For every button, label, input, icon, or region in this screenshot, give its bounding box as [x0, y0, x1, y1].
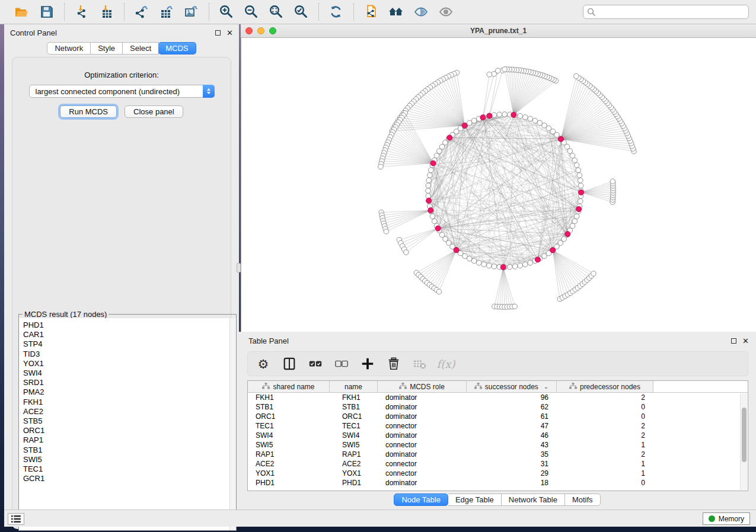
- network-node[interactable]: [467, 120, 472, 126]
- network-node[interactable]: [481, 262, 487, 267]
- select-all-icon[interactable]: [308, 357, 323, 371]
- tab-network-table[interactable]: Network Table: [502, 493, 565, 506]
- network-node[interactable]: [462, 254, 468, 259]
- table-row[interactable]: RAP1RAP1dominator352: [248, 450, 748, 459]
- network-node[interactable]: [610, 179, 615, 184]
- delete-icon[interactable]: [387, 357, 401, 371]
- network-node[interactable]: [437, 149, 442, 154]
- network-node[interactable]: [523, 262, 528, 267]
- network-hub-node[interactable]: [426, 198, 432, 203]
- import-table-icon[interactable]: [98, 3, 116, 21]
- network-node[interactable]: [471, 118, 477, 123]
- mcds-result-item[interactable]: TEC1: [23, 464, 236, 474]
- export-image-icon[interactable]: [183, 3, 200, 21]
- network-hub-node[interactable]: [430, 161, 436, 166]
- network-hub-node[interactable]: [559, 136, 564, 142]
- network-node[interactable]: [537, 120, 543, 126]
- network-node[interactable]: [512, 304, 518, 309]
- table-row[interactable]: ACE2ACE2connector311: [248, 459, 748, 469]
- float-icon[interactable]: [731, 338, 736, 344]
- network-node[interactable]: [576, 168, 581, 173]
- network-node[interactable]: [578, 178, 583, 183]
- table-row[interactable]: FKH1FKH1dominator962: [248, 393, 748, 402]
- network-hub-node[interactable]: [511, 112, 516, 117]
- mcds-result-item[interactable]: SWI4: [23, 368, 236, 378]
- hide-details-icon[interactable]: [412, 3, 430, 21]
- table-row[interactable]: YOX1YOX1connector291: [248, 469, 748, 478]
- float-icon[interactable]: [215, 30, 221, 36]
- tab-mcds[interactable]: MCDS: [158, 42, 196, 55]
- tab-select[interactable]: Select: [123, 42, 159, 55]
- network-node[interactable]: [497, 112, 502, 117]
- network-node[interactable]: [429, 168, 434, 173]
- network-node[interactable]: [574, 214, 579, 219]
- table-row[interactable]: SWI4SWI4dominator462: [248, 431, 748, 440]
- network-node[interactable]: [432, 219, 437, 224]
- columns-icon[interactable]: [282, 357, 296, 371]
- tab-motifs[interactable]: Motifs: [565, 493, 601, 506]
- mcds-result-item[interactable]: PHD1: [23, 321, 236, 330]
- network-hub-node[interactable]: [454, 248, 459, 253]
- zoom-selected-icon[interactable]: [292, 3, 310, 21]
- network-node[interactable]: [426, 183, 431, 188]
- close-icon[interactable]: ✕: [742, 337, 749, 345]
- tab-network[interactable]: Network: [47, 42, 91, 55]
- zoom-in-icon[interactable]: [218, 3, 235, 21]
- network-node[interactable]: [404, 250, 409, 255]
- show-details-icon[interactable]: [437, 3, 455, 21]
- network-hub-node[interactable]: [576, 207, 582, 212]
- network-hub-node[interactable]: [565, 232, 570, 237]
- network-node[interactable]: [436, 289, 442, 294]
- network-hub-node[interactable]: [487, 113, 492, 118]
- network-node[interactable]: [467, 256, 472, 261]
- mcds-result-item[interactable]: FKH1: [23, 398, 236, 407]
- network-hub-node[interactable]: [550, 248, 556, 253]
- open-file-icon[interactable]: [13, 3, 31, 21]
- column-header-predecessor-nodes[interactable]: predecessor nodes: [557, 381, 653, 392]
- column-header-name[interactable]: name: [330, 381, 378, 392]
- tab-style[interactable]: Style: [91, 42, 123, 55]
- close-icon[interactable]: ✕: [227, 29, 233, 37]
- mcds-result-item[interactable]: ORC1: [23, 426, 236, 435]
- network-node[interactable]: [577, 173, 582, 178]
- network-hub-node[interactable]: [480, 115, 486, 120]
- search-input[interactable]: [583, 5, 749, 19]
- network-node[interactable]: [426, 178, 432, 183]
- zoom-out-icon[interactable]: [243, 3, 260, 21]
- network-node[interactable]: [502, 112, 508, 117]
- network-node[interactable]: [528, 260, 533, 265]
- network-hub-node[interactable]: [462, 123, 467, 129]
- run-mcds-button[interactable]: Run MCDS: [60, 105, 117, 118]
- network-hub-node[interactable]: [579, 190, 584, 195]
- memory-button[interactable]: Memory: [703, 512, 750, 525]
- network-from-file-icon[interactable]: [362, 3, 380, 21]
- zoom-fit-icon[interactable]: [267, 3, 285, 21]
- network-node[interactable]: [492, 113, 497, 118]
- deselect-all-icon[interactable]: [334, 357, 349, 371]
- tab-edge-table[interactable]: Edge Table: [448, 493, 502, 506]
- mcds-result-item[interactable]: SWI5: [23, 455, 236, 464]
- network-node[interactable]: [578, 198, 583, 204]
- network-node[interactable]: [378, 164, 384, 169]
- mcds-result-item[interactable]: TID3: [23, 350, 236, 359]
- network-hub-node[interactable]: [535, 257, 540, 262]
- mcds-result-item[interactable]: CAR1: [23, 330, 236, 339]
- mcds-result-item[interactable]: STP4: [23, 339, 236, 349]
- network-node[interactable]: [434, 153, 439, 158]
- network-node[interactable]: [572, 219, 578, 224]
- network-hub-node[interactable]: [435, 226, 441, 231]
- table-row[interactable]: SWI5SWI5connector431: [248, 440, 748, 450]
- mcds-result-item[interactable]: STB1: [23, 446, 236, 455]
- network-node[interactable]: [528, 116, 533, 121]
- table-scrollbar[interactable]: [740, 393, 747, 490]
- network-node[interactable]: [487, 263, 492, 268]
- network-node[interactable]: [574, 163, 579, 168]
- network-node[interactable]: [591, 271, 596, 277]
- table-row[interactable]: STB1STB1dominator620: [248, 402, 748, 412]
- network-node[interactable]: [578, 183, 583, 188]
- network-node[interactable]: [518, 113, 523, 118]
- vertical-splitter-handle[interactable]: [237, 263, 241, 273]
- column-header-successor-nodes[interactable]: successor nodes⌄: [467, 381, 557, 392]
- network-node[interactable]: [426, 188, 431, 194]
- export-network-icon[interactable]: [133, 3, 151, 21]
